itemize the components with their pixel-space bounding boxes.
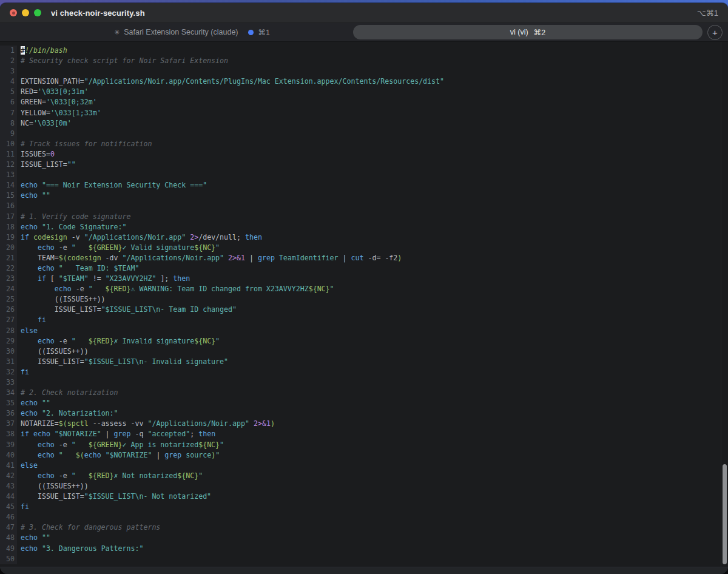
line-number: 8 [0, 118, 17, 129]
code-line-text: echo "3. Dangerous Patterns:" [17, 544, 143, 554]
code-line-text: if echo "$NOTARIZE" | grep -q "accepted"… [17, 429, 215, 439]
tab-vi-active[interactable]: vi (vi) ⌘2 [353, 25, 703, 39]
code-line: 48echo "" [0, 533, 728, 543]
line-number: 18 [0, 222, 17, 232]
code-line-text: NC='\033[0m' [17, 118, 72, 129]
line-number: 17 [0, 212, 17, 222]
code-line: 47# 3. Check for dangerous patterns [0, 522, 728, 533]
code-line-text: ((ISSUES++)) [17, 481, 89, 491]
code-line: 2# Security check script for Noir Safari… [0, 56, 728, 66]
line-number: 31 [0, 357, 17, 367]
line-number: 19 [0, 232, 17, 243]
line-number: 37 [0, 419, 17, 429]
code-line-text: EXTENSION_PATH="/Applications/Noir.app/C… [17, 76, 444, 87]
code-line-text: # 1. Verify code signature [17, 212, 130, 222]
code-line: 49echo "3. Dangerous Patterns:" [0, 544, 728, 554]
code-line-text: ((ISSUES++)) [17, 346, 89, 357]
zoom-icon[interactable] [34, 9, 41, 16]
code-line-text: ISSUE_LIST="" [17, 160, 76, 170]
line-number: 38 [0, 429, 17, 439]
line-number: 14 [0, 180, 17, 191]
line-number: 4 [0, 76, 17, 87]
line-number: 35 [0, 398, 17, 408]
line-number: 26 [0, 305, 17, 315]
tab-label: Safari Extension Security (claude) [124, 28, 238, 36]
code-line: 4EXTENSION_PATH="/Applications/Noir.app/… [0, 76, 728, 87]
code-line: 44 ISSUE_LIST="$ISSUE_LIST\n- Not notari… [0, 491, 728, 502]
line-number: 45 [0, 502, 17, 512]
code-line: 45fi [0, 502, 728, 512]
tab-label: vi (vi) [510, 28, 528, 36]
code-line-text: else [17, 461, 38, 471]
line-number: 6 [0, 97, 17, 107]
line-number: 20 [0, 243, 17, 253]
tab-shortcut: ⌘1 [258, 28, 270, 37]
code-line: 50 [0, 554, 728, 564]
code-line-text: echo -e " ${RED}✗ Invalid signature${NC}… [17, 336, 220, 346]
code-line-text: if [ "$TEAM" != "X23AVVY2HZ" ]; then [17, 274, 190, 284]
code-line: 20 echo -e " ${GREEN}✓ Valid signature${… [0, 243, 728, 253]
window-bottom-bezel [0, 567, 728, 574]
code-line: 28else [0, 326, 728, 336]
line-number: 7 [0, 108, 17, 118]
code-line-text: echo "1. Code Signature:" [17, 222, 127, 232]
line-number: 29 [0, 336, 17, 346]
line-number: 1 [0, 46, 17, 56]
code-line: 24 echo -e " ${RED}⚠ WARNING: Team ID ch… [0, 284, 728, 294]
code-line-text: fi [17, 315, 46, 325]
line-number: 48 [0, 533, 17, 543]
line-number: 13 [0, 170, 17, 180]
code-line-text: else [17, 326, 38, 336]
tab-indicator-dot [248, 30, 254, 35]
line-number: 33 [0, 377, 17, 388]
window-titlebar[interactable]: vi check-noir-security.sh ⌥⌘1 [0, 3, 728, 23]
line-number: 5 [0, 87, 17, 97]
close-icon[interactable] [10, 9, 17, 16]
code-line-text: #!/bin/bash [17, 46, 67, 56]
code-line: 11ISSUES=0 [0, 149, 728, 160]
code-line: 10# Track issues for notification [0, 139, 728, 149]
code-line: 39 echo -e " ${GREEN}✓ App is notarized$… [0, 440, 728, 450]
code-line: 15echo "" [0, 191, 728, 201]
new-tab-button[interactable]: + [707, 25, 723, 40]
code-line-text: YELLOW='\033[1;33m' [17, 108, 101, 118]
code-line: 32fi [0, 367, 728, 377]
line-number: 30 [0, 346, 17, 357]
line-number: 43 [0, 481, 17, 491]
code-line-text: TEAM=$(codesign -dv "/Applications/Noir.… [17, 253, 402, 263]
code-line-text: # Security check script for Noir Safari … [17, 56, 228, 66]
code-line: 25 ((ISSUES++)) [0, 294, 728, 305]
code-line-text: echo -e " ${RED}✗ Not notarized${NC}" [17, 471, 203, 481]
code-line: 35echo "" [0, 398, 728, 408]
line-number: 3 [0, 66, 17, 76]
terminal-window: vi check-noir-security.sh ⌥⌘1 ✳ Safari E… [0, 3, 728, 574]
code-line: 21 TEAM=$(codesign -dv "/Applications/No… [0, 253, 728, 263]
scrollbar-thumb[interactable] [723, 464, 727, 564]
code-line-text: NOTARIZE=$(spctl --assess -vv "/Applicat… [17, 419, 275, 429]
code-line: 6GREEN='\033[0;32m' [0, 97, 728, 107]
line-number: 46 [0, 512, 17, 522]
code-line-text: ISSUE_LIST="$ISSUE_LIST\n- Not notarized… [17, 491, 211, 502]
code-line: 22 echo " Team ID: $TEAM" [0, 263, 728, 274]
window-title: vi check-noir-security.sh [51, 8, 145, 18]
line-number: 27 [0, 315, 17, 325]
code-line: 9 [0, 129, 728, 139]
scrollbar-track[interactable] [721, 42, 728, 567]
code-area[interactable]: 1#!/bin/bash2# Security check script for… [0, 46, 728, 564]
code-line-text [17, 554, 21, 564]
code-line-text: # Track issues for notification [17, 139, 152, 149]
code-line-text: RED='\033[0;31m' [17, 87, 89, 97]
line-number: 42 [0, 471, 17, 481]
code-line-text: echo " Team ID: $TEAM" [17, 263, 139, 274]
code-line-text: GREEN='\033[0;32m' [17, 97, 97, 107]
minimize-icon[interactable] [22, 9, 29, 16]
code-line: 42 echo -e " ${RED}✗ Not notarized${NC}" [0, 471, 728, 481]
editor-content[interactable]: 1#!/bin/bash2# Security check script for… [0, 42, 728, 567]
tab-safari-extension-security[interactable]: ✳ Safari Extension Security (claude) ⌘1 [114, 23, 270, 41]
line-number: 11 [0, 149, 17, 160]
code-line: 27 fi [0, 315, 728, 325]
code-line: 7YELLOW='\033[1;33m' [0, 108, 728, 118]
line-number: 36 [0, 408, 17, 419]
line-number: 9 [0, 129, 17, 139]
line-number: 23 [0, 274, 17, 284]
